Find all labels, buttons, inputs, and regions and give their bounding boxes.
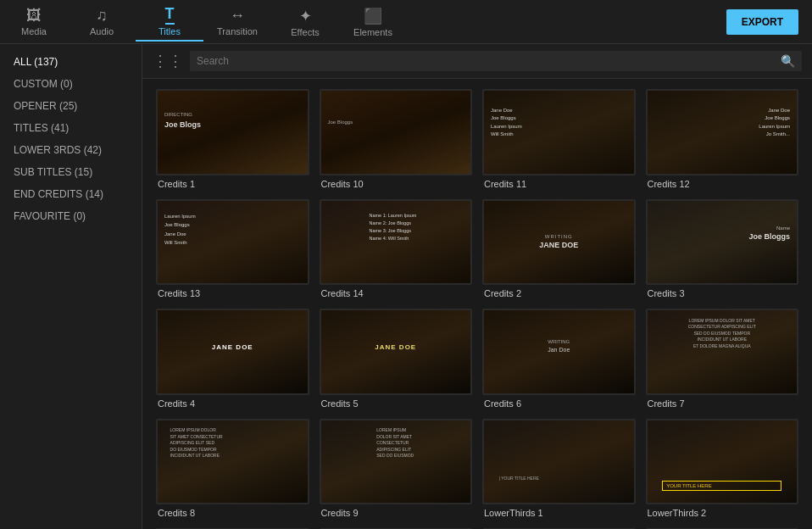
grid-item[interactable]: Joe Bloggs Credits 10 [320, 89, 473, 189]
grid-item[interactable]: LOREM IPSUM DOLOR SIT AMETCONSECTETUR AD… [646, 309, 799, 409]
nav-titles[interactable]: T Titles [136, 2, 203, 42]
top-nav: 🖼 Media ♫ Audio T Titles ↔ Transition ✦ … [0, 0, 812, 44]
sidebar-item-favourite[interactable]: FAVOURITE (0) [0, 205, 142, 227]
thumbnail-label: Credits 6 [482, 398, 636, 409]
grid-item[interactable]: LOREM IPSUM DOLORSIT AMET CONSECTETURADI… [156, 419, 309, 519]
view-toggle-icon[interactable]: ⋮⋮ [153, 52, 183, 70]
nav-effects-label: Effects [291, 27, 319, 37]
nav-audio[interactable]: ♫ Audio [68, 3, 136, 40]
thumbnail-label: Credits 12 [646, 179, 799, 189]
sidebar-item-opener[interactable]: OPENER (25) [0, 95, 142, 117]
thumbnail-wrapper: LOREM IPSUM DOLORSIT AMET CONSECTETURADI… [156, 419, 309, 505]
nav-elements-label: Elements [353, 27, 392, 37]
export-button[interactable]: EXPORT [726, 9, 798, 35]
search-input-wrapper: 🔍 [190, 51, 802, 71]
nav-media[interactable]: 🖼 Media [0, 3, 68, 40]
sidebar-item-custom[interactable]: CUSTOM (0) [0, 73, 142, 95]
grid-item[interactable]: YOUR TITLE HERE LowerThirds 2 [646, 419, 799, 519]
grid-item[interactable]: JANE DOE Credits 4 [156, 309, 309, 409]
thumbnail-wrapper: Jane DoeJoe BloggsLauren IpsumJo Smith..… [646, 89, 799, 175]
grid-item[interactable]: WRITING JANE DOE Credits 2 [482, 199, 636, 299]
nav-transition[interactable]: ↔ Transition [203, 3, 271, 40]
nav-elements[interactable]: ⬛ Elements [339, 3, 407, 41]
sidebar-item-lower3rds[interactable]: LOWER 3RDS (42) [0, 139, 142, 161]
grid-item[interactable]: Lauren IpsumJoe BloggsJane DoeWill Smith… [156, 199, 309, 299]
grid-item[interactable]: Jane DoeJoe BloggsLauren IpsumWill Smith… [482, 89, 636, 189]
grid-item[interactable]: LOREM IPSUMDOLOR SIT AMETCONSECTETUR ADI… [320, 419, 473, 519]
thumbnail-label: Credits 7 [646, 398, 799, 409]
thumbnail-label: LowerThirds 2 [646, 508, 799, 518]
thumbnail-label: Credits 2 [482, 288, 636, 298]
sidebar-item-endcredits[interactable]: END CREDITS (14) [0, 183, 142, 205]
sidebar-item-titles[interactable]: TITLES (41) [0, 117, 142, 139]
titles-icon: T [165, 5, 175, 25]
thumbnail-label: Credits 3 [646, 288, 799, 298]
grid-item[interactable]: Jane DoeJoe BloggsLauren IpsumJo Smith..… [646, 89, 799, 189]
thumbnail-label: Credits 10 [320, 179, 473, 189]
search-bar: ⋮⋮ 🔍 [142, 44, 812, 79]
thumbnail-label: Credits 11 [482, 179, 636, 189]
thumbnail-wrapper: YOUR TITLE HERE [646, 419, 799, 505]
thumbnail-wrapper: LOREM IPSUM DOLOR SIT AMETCONSECTETUR AD… [646, 309, 799, 395]
thumbnail-label: Credits 5 [320, 398, 473, 409]
thumbnail-label: Credits 9 [320, 508, 473, 518]
sidebar-item-subtitles[interactable]: SUB TITLES (15) [0, 161, 142, 183]
thumbnail-wrapper: WRITING JANE DOE [482, 199, 636, 286]
elements-icon: ⬛ [364, 7, 382, 25]
grid-item[interactable]: Name 1: Lauren IpsumName 2: Joe BloggsNa… [320, 199, 473, 299]
thumbnail-wrapper: JANE DOE [156, 309, 309, 395]
sidebar: ALL (137) CUSTOM (0) OPENER (25) TITLES … [0, 44, 142, 529]
grid-item[interactable]: | YOUR TITLE HERE LowerThirds 1 [482, 419, 636, 519]
nav-effects[interactable]: ✦ Effects [271, 3, 339, 41]
thumbnail-wrapper: Jane DoeJoe BloggsLauren IpsumWill Smith [482, 89, 636, 175]
thumbnail-wrapper: | YOUR TITLE HERE [482, 419, 636, 505]
nav-audio-label: Audio [90, 26, 114, 36]
grid-item[interactable]: WRITING Jan Doe Credits 6 [482, 309, 636, 409]
search-input[interactable] [197, 55, 776, 67]
grid-item[interactable]: JANE DOE Credits 5 [320, 309, 473, 409]
grid-area: DIRECTING Joe Blogs Credits 1 Joe Bloggs… [142, 79, 812, 529]
nav-transition-label: Transition [217, 26, 258, 36]
sidebar-item-all[interactable]: ALL (137) [0, 51, 142, 73]
thumbnail-wrapper: JANE DOE [320, 309, 473, 395]
thumbnail-label: Credits 13 [156, 288, 309, 298]
grid-item[interactable]: DIRECTING Joe Blogs Credits 1 [156, 89, 309, 189]
content-area: ⋮⋮ 🔍 DIRECTING Joe Blogs Credits 1 Joe B… [142, 44, 812, 529]
thumbnail-wrapper: Joe Bloggs [320, 89, 473, 175]
thumbnail-wrapper: WRITING Jan Doe [482, 309, 636, 395]
transition-icon: ↔ [230, 7, 245, 25]
grid-item[interactable]: Name Joe Bloggs Credits 3 [646, 199, 799, 299]
nav-media-label: Media [21, 26, 47, 36]
thumbnail-label: Credits 8 [156, 508, 309, 518]
effects-icon: ✦ [299, 7, 312, 25]
thumbnail-label: Credits 1 [156, 179, 309, 189]
thumbnail-wrapper: Lauren IpsumJoe BloggsJane DoeWill Smith [156, 199, 309, 286]
thumbnail-wrapper: Name 1: Lauren IpsumName 2: Joe BloggsNa… [320, 199, 473, 286]
media-icon: 🖼 [26, 7, 42, 25]
thumbnail-label: Credits 14 [320, 288, 473, 298]
thumbnail-label: Credits 4 [156, 398, 309, 409]
search-icon: 🔍 [781, 54, 795, 68]
thumbnail-wrapper: LOREM IPSUMDOLOR SIT AMETCONSECTETUR ADI… [320, 419, 473, 505]
thumbnail-wrapper: Name Joe Bloggs [646, 199, 799, 286]
grid: DIRECTING Joe Blogs Credits 1 Joe Bloggs… [156, 89, 798, 529]
main-layout: ALL (137) CUSTOM (0) OPENER (25) TITLES … [0, 44, 812, 529]
thumbnail-label: LowerThirds 1 [482, 508, 636, 518]
thumbnail-wrapper: DIRECTING Joe Blogs [156, 89, 309, 175]
nav-titles-label: Titles [159, 26, 181, 36]
audio-icon: ♫ [96, 7, 108, 25]
